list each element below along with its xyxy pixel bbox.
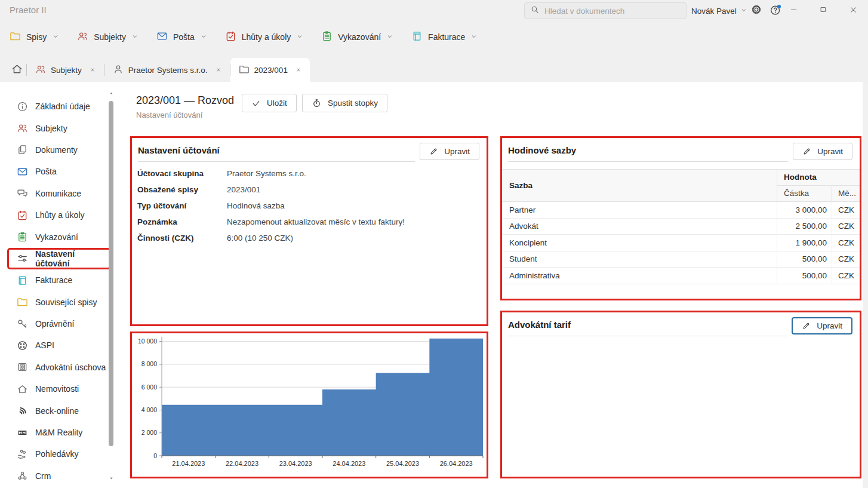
close-tab-icon[interactable] (90, 67, 96, 73)
menu-item-vykazovani[interactable]: Vykazování (321, 30, 393, 44)
sidebar-item-lhuty-a-ukoly[interactable]: Lhůty a úkoly (7, 204, 111, 226)
tab-2023-001[interactable]: 2023/001 (230, 58, 310, 82)
field-value: Nezapomenout aktualizovat měsíc v textu … (227, 217, 405, 226)
sidebar-item-label: Pošta (35, 167, 57, 176)
home-tab-button[interactable] (7, 58, 26, 82)
sidebar-item-posta[interactable]: Pošta (7, 161, 111, 182)
field-label: Poznámka (137, 217, 227, 226)
edit-button-label: Upravit (817, 147, 843, 156)
sidebar-item-nemovitosti[interactable]: Nemovitosti (7, 378, 111, 400)
rates-panel-title: Hodinové sazby (508, 143, 788, 162)
save-button[interactable]: Uložit (242, 94, 297, 112)
praetor-window: Praetor II Hledat v dokumentech Novák Pa… (0, 0, 868, 488)
sidebar-item-label: Základní údaje (35, 102, 90, 111)
start-stopwatch-button[interactable]: Spustit stopky (302, 94, 387, 112)
settings-button[interactable] (747, 0, 765, 22)
tab-subjekty[interactable]: Subjekty (27, 58, 104, 82)
scroll-down-icon[interactable] (107, 474, 115, 481)
sidebar-item-label: Komunikace (35, 189, 81, 198)
user-menu[interactable]: Novák Pavel (691, 0, 747, 22)
sidebar-item-label: Beck-online (35, 406, 79, 416)
rate-amount-cell: 1 900,00 (777, 235, 832, 251)
tariff-panel-title: Advokátní tarif (508, 317, 787, 336)
chevron-down-icon (200, 32, 207, 42)
scroll-up-icon[interactable] (107, 90, 115, 97)
org-icon (17, 470, 28, 481)
window-chrome: Praetor II Hledat v dokumentech Novák Pa… (0, 0, 868, 82)
close-tab-icon[interactable] (216, 67, 221, 73)
chevron-down-icon (52, 32, 59, 42)
key-icon (17, 318, 28, 330)
field-value: Hodinová sazba (227, 201, 285, 210)
column-header-rate[interactable]: Sazba (502, 169, 777, 202)
stopwatch-button-label: Spustit stopky (328, 99, 378, 108)
sidebar-item-label: Subjekty (35, 124, 67, 133)
safe-icon (17, 361, 28, 373)
column-header-currency[interactable]: Mě... (832, 186, 860, 202)
billing-field: PoznámkaNezapomenout aktualizovat měsíc … (137, 214, 487, 230)
menu-item-fakturace[interactable]: Fakturace (411, 30, 478, 44)
minimize-icon (789, 5, 798, 17)
hourly-rates-panel: Hodinové sazby Upravit SazbaHodnotaČástk… (500, 136, 861, 300)
sidebar-item-label: Fakturace (35, 275, 72, 285)
main-scrollbar[interactable] (863, 82, 868, 488)
sidebar-item-pohledavky[interactable]: Pohledávky (7, 443, 111, 465)
edit-rates-button[interactable]: Upravit (793, 143, 852, 160)
sidebar-item-souvisejici-spisy[interactable]: Související spisy (7, 291, 111, 313)
sidebar-item-opravneni[interactable]: Oprávnění (7, 313, 111, 334)
sidebar-item-nastaveni-uctovani[interactable]: Nastavení účtování (7, 248, 111, 269)
menu-item-spisy[interactable]: Spisy (10, 30, 59, 44)
sidebar-item-dokumenty[interactable]: Dokumenty (7, 139, 111, 161)
save-button-label: Uložit (267, 99, 287, 108)
people-icon (35, 64, 46, 76)
sidebar-scrollbar[interactable] (107, 90, 115, 484)
svg-text:6 000: 6 000 (141, 383, 157, 391)
menu-item-posta[interactable]: Pošta (156, 30, 207, 44)
document-search-input[interactable]: Hledat v dokumentech (524, 2, 687, 19)
minimize-button[interactable] (778, 0, 808, 22)
chat-icon (17, 188, 28, 199)
column-header-amount[interactable]: Částka (777, 186, 832, 202)
maximize-button[interactable] (808, 0, 838, 22)
svg-text:26.04.2023: 26.04.2023 (440, 460, 473, 467)
sidebar-item-label: Pohledávky (35, 449, 78, 459)
people-icon (77, 30, 88, 44)
edit-billing-button[interactable]: Upravit (420, 143, 479, 160)
search-placeholder: Hledat v dokumentech (544, 7, 624, 16)
rate-currency-cell: CZK (832, 268, 860, 284)
sidebar-item-crm[interactable]: Crm (7, 465, 111, 487)
sidebar-item-mm-reality[interactable]: M&M Reality (7, 422, 111, 443)
field-label: Typ účtování (137, 201, 227, 210)
rate-currency-cell: CZK (832, 202, 860, 219)
sidebar-item-vykazovani[interactable]: Vykazování (7, 226, 111, 247)
menu-item-label: Spisy (26, 32, 47, 42)
field-label: Účtovací skupina (137, 169, 227, 178)
folder-icon (17, 296, 28, 308)
edit-tariff-button[interactable]: Upravit (792, 317, 852, 334)
sidebar-item-beck-online[interactable]: Beck-online (7, 400, 111, 421)
sidebar-item-aspi[interactable]: ASPI (7, 334, 111, 356)
menu-item-label: Vykazování (338, 32, 381, 42)
svg-text:4 000: 4 000 (141, 406, 157, 413)
sidebar-scrollbar-thumb[interactable] (109, 101, 113, 446)
close-tab-icon[interactable] (296, 67, 301, 73)
folder-icon (239, 64, 250, 76)
clipboard-check-icon (17, 210, 28, 221)
sidebar-item-fakturace[interactable]: Fakturace (7, 269, 111, 291)
menu-item-subjekty[interactable]: Subjekty (77, 30, 138, 44)
close-button[interactable] (838, 0, 868, 22)
svg-text:22.04.2023: 22.04.2023 (226, 460, 258, 467)
column-header-value-group: Hodnota (777, 169, 860, 186)
rate-name-cell: Student (502, 251, 777, 268)
sidebar-item-subjekty[interactable]: Subjekty (7, 117, 111, 139)
tab-bar: SubjektyPraetor Systems s.r.o.2023/001 (0, 58, 868, 82)
tab-praetor-systems[interactable]: Praetor Systems s.r.o. (104, 58, 230, 82)
sidebar-item-komunikace[interactable]: Komunikace (7, 183, 111, 204)
sidebar-item-advokatni-uschova[interactable]: Advokátní úschova (7, 357, 111, 378)
sidebar-item-label: M&M Reality (35, 428, 82, 437)
clipboard-check-icon (225, 30, 236, 44)
menu-item-lhuty-a-ukoly[interactable]: Lhůty a úkoly (225, 30, 304, 44)
sidebar-item-zakladni-udaje[interactable]: Základní údaje (7, 96, 111, 117)
chevron-down-icon (131, 32, 138, 42)
sidebar-item-label: Advokátní úschova (35, 363, 106, 372)
